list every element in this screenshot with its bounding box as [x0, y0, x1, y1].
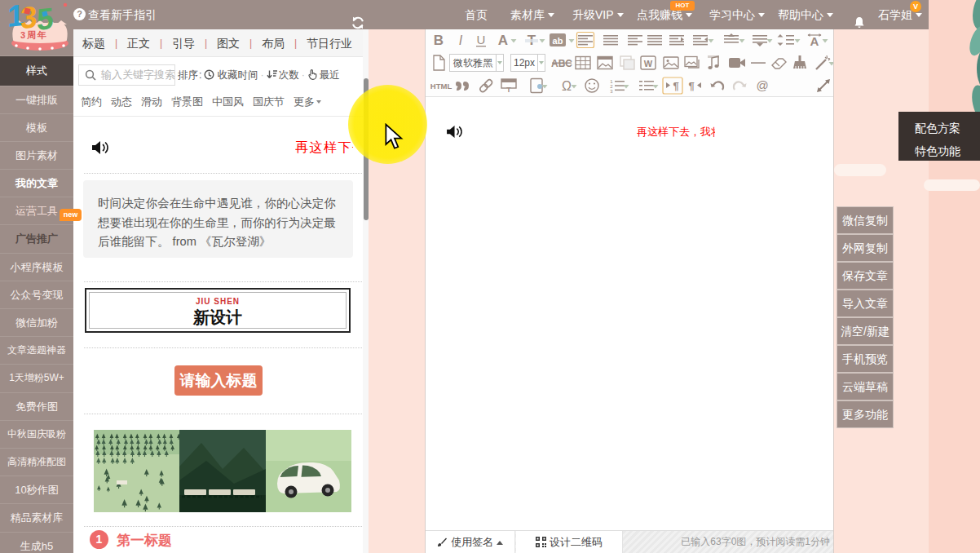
- svg-text:¶: ¶: [688, 80, 694, 92]
- svg-text:@: @: [756, 78, 768, 92]
- svg-text:W: W: [644, 59, 653, 69]
- svg-text:ABC: ABC: [551, 58, 572, 69]
- svg-text:T: T: [506, 86, 511, 94]
- svg-text:5: 5: [37, 2, 54, 37]
- svg-text:ab: ab: [553, 36, 563, 46]
- svg-text:3: 3: [20, 2, 38, 35]
- svg-text:A: A: [498, 33, 508, 48]
- svg-text:B: B: [434, 33, 444, 48]
- svg-text:HTML: HTML: [430, 82, 452, 91]
- svg-text:A: A: [810, 34, 819, 48]
- svg-text:U: U: [477, 33, 486, 46]
- svg-text:3: 3: [610, 89, 613, 94]
- svg-text:¶: ¶: [673, 80, 678, 92]
- svg-text:Ω: Ω: [562, 79, 572, 93]
- svg-text:I: I: [459, 33, 463, 47]
